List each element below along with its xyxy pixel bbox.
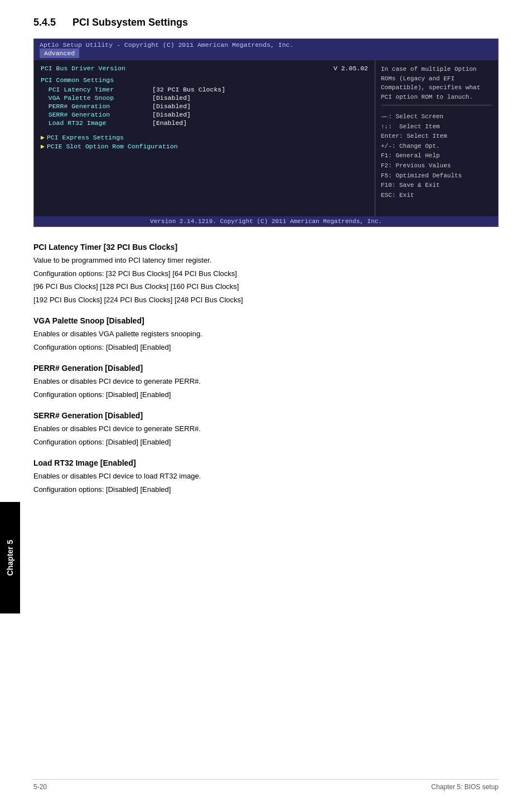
pci-latency-desc: Value to be programmed into PCI latency … (33, 255, 499, 266)
chapter-side-label: Chapter 5 (0, 502, 20, 613)
serr-gen-desc: Enables or disables PCI device to genera… (33, 423, 499, 434)
bios-setting-latency: PCI Latency Timer [32 PCI Bus Clocks] (41, 86, 368, 93)
section-title: PCI Subsystem Settings (72, 17, 188, 28)
key-select-item-arrow: ↑↓: Select Item (381, 122, 492, 132)
key-esc: ESC: Exit (381, 191, 492, 201)
bios-screenshot: Aptio Setup Utility - Copyright (C) 2011… (33, 38, 499, 227)
bios-driver-row: PCI Bus Driver Version V 2.05.02 (41, 65, 368, 72)
bios-submenu-list: ▶ PCI Express Settings ▶ PCIE Slot Optio… (41, 133, 368, 150)
load-rt32-heading: Load RT32 Image [Enabled] (33, 458, 499, 467)
serr-gen-config: Configuration options: [Disabled] [Enabl… (33, 437, 499, 448)
bios-main-panel: PCI Bus Driver Version V 2.05.02 PCI Com… (34, 60, 375, 216)
section-perr-gen: PERR# Generation [Disabled] Enables or d… (33, 364, 499, 400)
section-pci-latency: PCI Latency Timer [32 PCI Bus Clocks] Va… (33, 243, 499, 305)
bios-setting-perr: PERR# Generation [Disabled] (41, 103, 368, 110)
chapter-label-text: Chapter 5 (6, 540, 14, 576)
bios-setting-rt32: Load RT32 Image [Enabled] (41, 119, 368, 127)
bios-common-settings: PCI Common Settings (41, 76, 368, 84)
pci-latency-heading: PCI Latency Timer [32 PCI Bus Clocks] (33, 243, 499, 252)
bios-keys: →←: Select Screen ↑↓: Select Item Enter:… (381, 112, 492, 200)
page-footer: 5-20 Chapter 5: BIOS setup (33, 779, 499, 791)
load-rt32-desc: Enables or disables PCI device to load R… (33, 471, 499, 482)
section-vga-palette: VGA Palette Snoop [Disabled] Enables or … (33, 316, 499, 352)
bios-active-tab: Advanced (40, 49, 79, 58)
vga-palette-config: Configuration options: [Disabled] [Enabl… (33, 342, 499, 353)
key-f5: F5: Optimized Defaults (381, 171, 492, 181)
key-f1: F1: General Help (381, 151, 492, 161)
section-serr-gen: SERR# Generation [Disabled] Enables or d… (33, 411, 499, 447)
bios-driver-label: PCI Bus Driver Version (41, 65, 333, 72)
bios-header: Aptio Setup Utility - Copyright (C) 2011… (34, 39, 498, 60)
bios-setting-serr: SERR# Generation [Disabled] (41, 111, 368, 118)
perr-gen-desc: Enables or disables PCI device to genera… (33, 376, 499, 387)
bios-right-panel: In case of multiple Option ROMs (Legacy … (375, 60, 498, 216)
key-select-screen: →←: Select Screen (381, 112, 492, 122)
bios-driver-value: V 2.05.02 (333, 65, 368, 72)
bios-header-text: Aptio Setup Utility - Copyright (C) 2011… (40, 41, 293, 49)
key-enter: Enter: Select Item (381, 132, 492, 142)
footer-right: Chapter 5: BIOS setup (431, 783, 499, 791)
bios-settings-list: PCI Latency Timer [32 PCI Bus Clocks] VG… (41, 86, 368, 127)
vga-palette-heading: VGA Palette Snoop [Disabled] (33, 316, 499, 325)
bios-help-text: In case of multiple Option ROMs (Legacy … (381, 65, 492, 102)
load-rt32-config: Configuration options: [Disabled] [Enabl… (33, 484, 499, 495)
footer-left: 5-20 (33, 783, 47, 791)
section-load-rt32: Load RT32 Image [Enabled] Enables or dis… (33, 458, 499, 495)
bios-setting-vga: VGA Palette Snoop [Disabled] (41, 94, 368, 102)
perr-gen-config: Configuration options: [Disabled] [Enabl… (33, 389, 499, 400)
bios-submenu-slot: ▶ PCIE Slot Option Rom Configuration (41, 142, 368, 150)
vga-palette-desc: Enables or disables VGA pallette registe… (33, 328, 499, 340)
key-plus-minus: +/-: Change Opt. (381, 142, 492, 152)
pci-latency-config2: [96 PCI Bus Clocks] [128 PCI Bus Clocks]… (33, 281, 499, 292)
pci-latency-config3: [192 PCI Bus Clocks] [224 PCI Bus Clocks… (33, 294, 499, 306)
bios-key-divider (381, 105, 492, 105)
key-f10: F10: Save & Exit (381, 181, 492, 191)
bios-version-bar: Version 2.14.1219. Copyright (C) 2011 Am… (34, 216, 498, 226)
pci-latency-config1: Configuration options: [32 PCI Bus Clock… (33, 268, 499, 279)
perr-gen-heading: PERR# Generation [Disabled] (33, 364, 499, 373)
bios-submenu-express: ▶ PCI Express Settings (41, 133, 368, 141)
section-number: 5.4.5 (33, 17, 56, 28)
key-f2: F2: Previous Values (381, 161, 492, 171)
serr-gen-heading: SERR# Generation [Disabled] (33, 411, 499, 420)
